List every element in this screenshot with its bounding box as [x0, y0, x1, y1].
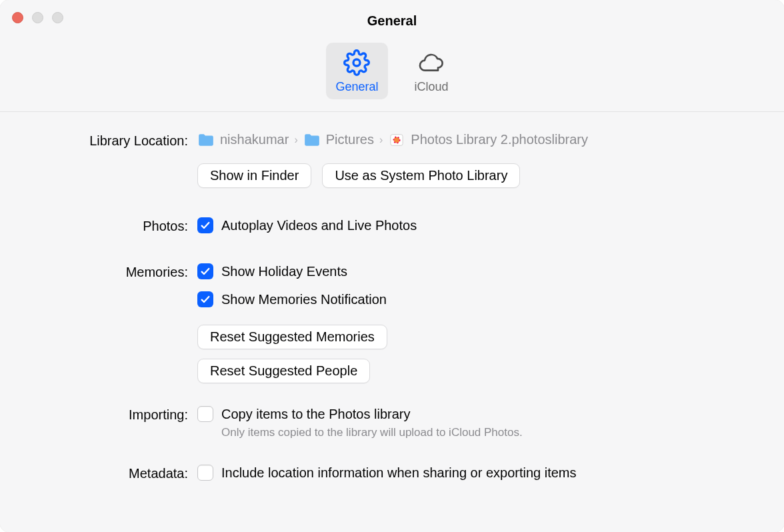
label-photos: Photos:	[27, 217, 197, 234]
label-metadata: Metadata:	[27, 465, 197, 481]
window-title: General	[0, 4, 784, 29]
library-path-breadcrumb: nishakumar › Pictures › Photos Library 2…	[197, 132, 757, 147]
reset-suggested-memories-button[interactable]: Reset Suggested Memories	[197, 325, 387, 349]
breadcrumb-part: nishakumar	[220, 132, 289, 147]
show-in-finder-button[interactable]: Show in Finder	[197, 163, 311, 188]
copy-items-subtext: Only items copied to the library will up…	[221, 426, 757, 439]
row-photos: Photos: Autoplay Videos and Live Photos	[27, 217, 757, 234]
titlebar: General	[0, 0, 784, 32]
tab-general[interactable]: General	[326, 43, 387, 99]
chevron-right-icon: ›	[294, 134, 297, 146]
checkbox-holiday-events[interactable]	[197, 263, 213, 279]
svg-point-0	[353, 59, 360, 66]
content-area: Library Location: nishakumar › Pictures …	[0, 112, 784, 508]
chevron-right-icon: ›	[379, 134, 383, 146]
folder-icon	[197, 133, 215, 147]
close-window-button[interactable]	[12, 12, 23, 23]
row-memories: Memories: Show Holiday Events Show Memor…	[27, 263, 757, 383]
checkbox-holiday-label: Show Holiday Events	[221, 264, 347, 279]
gear-icon	[343, 49, 370, 76]
row-metadata: Metadata: Include location information w…	[27, 465, 757, 481]
traffic-lights	[12, 12, 63, 23]
row-importing: Importing: Copy items to the Photos libr…	[27, 406, 757, 439]
checkbox-memories-notif-label: Show Memories Notification	[221, 292, 387, 307]
breadcrumb-part: Pictures	[326, 132, 374, 147]
use-system-library-button[interactable]: Use as System Photo Library	[322, 163, 520, 188]
toolbar-tabs: General iCloud	[0, 32, 784, 112]
checkbox-autoplay-label: Autoplay Videos and Live Photos	[221, 218, 417, 233]
preferences-window: General General iCloud Library Location:	[0, 0, 784, 532]
cloud-icon	[418, 49, 445, 76]
tab-icloud[interactable]: iCloud	[405, 43, 458, 99]
reset-suggested-people-button[interactable]: Reset Suggested People	[197, 359, 370, 383]
checkbox-copy-items-label: Copy items to the Photos library	[221, 407, 410, 422]
checkbox-include-location[interactable]	[197, 465, 213, 481]
checkbox-copy-items[interactable]	[197, 406, 213, 422]
tab-icloud-label: iCloud	[415, 80, 449, 94]
photos-library-icon	[388, 133, 405, 147]
checkbox-include-location-label: Include location information when sharin…	[221, 465, 577, 481]
tab-general-label: General	[335, 80, 378, 94]
checkbox-autoplay[interactable]	[197, 217, 213, 233]
checkbox-memories-notification[interactable]	[197, 291, 213, 307]
breadcrumb-part: Photos Library 2.photoslibrary	[411, 132, 588, 147]
label-memories: Memories:	[27, 263, 197, 280]
label-importing: Importing:	[27, 406, 197, 423]
row-library-location: Library Location: nishakumar › Pictures …	[27, 132, 757, 188]
folder-icon	[303, 133, 321, 147]
fullscreen-window-button[interactable]	[52, 12, 63, 23]
minimize-window-button[interactable]	[32, 12, 43, 23]
label-library-location: Library Location:	[27, 132, 197, 149]
